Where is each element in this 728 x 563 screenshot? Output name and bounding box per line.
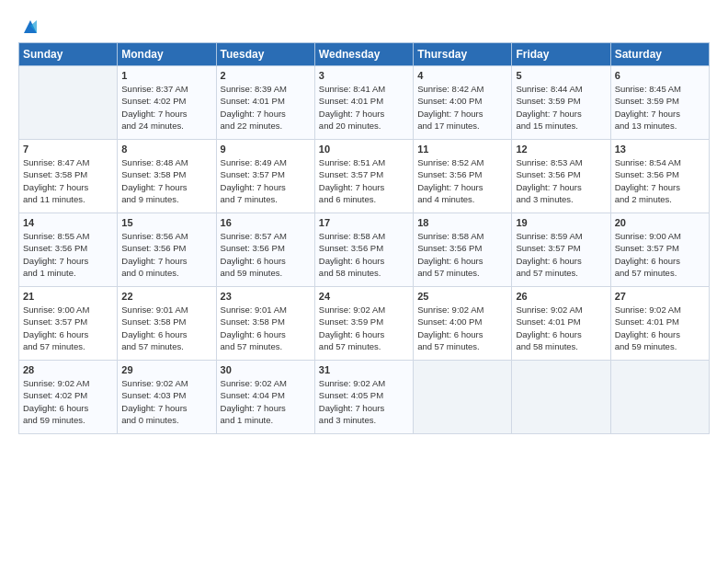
- calendar-cell: 21Sunrise: 9:00 AM Sunset: 3:57 PM Dayli…: [19, 287, 118, 361]
- calendar-cell: 15Sunrise: 8:56 AM Sunset: 3:56 PM Dayli…: [118, 213, 216, 287]
- day-info: Sunrise: 8:58 AM Sunset: 3:56 PM Dayligh…: [417, 230, 507, 279]
- calendar-cell: 8Sunrise: 8:48 AM Sunset: 3:58 PM Daylig…: [118, 140, 216, 213]
- day-number: 14: [23, 217, 113, 228]
- day-number: 24: [319, 291, 409, 302]
- calendar-week-3: 14Sunrise: 8:55 AM Sunset: 3:56 PM Dayli…: [19, 213, 710, 287]
- calendar-cell: 27Sunrise: 9:02 AM Sunset: 4:01 PM Dayli…: [610, 287, 709, 361]
- calendar-cell: 29Sunrise: 9:02 AM Sunset: 4:03 PM Dayli…: [118, 361, 216, 434]
- day-info: Sunrise: 8:41 AM Sunset: 4:01 PM Dayligh…: [319, 83, 409, 132]
- calendar-cell: 25Sunrise: 9:02 AM Sunset: 4:00 PM Dayli…: [414, 287, 512, 361]
- logo-icon: [20, 17, 40, 37]
- calendar-cell: 9Sunrise: 8:49 AM Sunset: 3:57 PM Daylig…: [216, 140, 314, 213]
- day-number: 18: [417, 217, 507, 228]
- calendar-table: SundayMondayTuesdayWednesdayThursdayFrid…: [18, 42, 710, 434]
- day-info: Sunrise: 8:48 AM Sunset: 3:58 PM Dayligh…: [121, 156, 211, 205]
- col-header-tuesday: Tuesday: [216, 43, 314, 66]
- day-info: Sunrise: 8:55 AM Sunset: 3:56 PM Dayligh…: [23, 230, 113, 279]
- day-info: Sunrise: 8:58 AM Sunset: 3:56 PM Dayligh…: [319, 230, 409, 279]
- day-number: 22: [121, 291, 211, 302]
- col-header-wednesday: Wednesday: [314, 43, 413, 66]
- day-number: 20: [615, 217, 705, 228]
- day-number: 15: [121, 217, 211, 228]
- calendar-cell: 22Sunrise: 9:01 AM Sunset: 3:58 PM Dayli…: [118, 287, 216, 361]
- day-number: 2: [221, 70, 311, 81]
- day-number: 31: [319, 364, 409, 375]
- calendar-cell: 5Sunrise: 8:44 AM Sunset: 3:59 PM Daylig…: [512, 66, 610, 140]
- day-number: 25: [417, 291, 507, 302]
- day-info: Sunrise: 8:44 AM Sunset: 3:59 PM Dayligh…: [516, 83, 606, 132]
- day-info: Sunrise: 9:02 AM Sunset: 4:01 PM Dayligh…: [615, 304, 705, 352]
- calendar-cell: 13Sunrise: 8:54 AM Sunset: 3:56 PM Dayli…: [610, 140, 709, 213]
- calendar-cell: 1Sunrise: 8:37 AM Sunset: 4:02 PM Daylig…: [118, 66, 216, 140]
- calendar-cell: 10Sunrise: 8:51 AM Sunset: 3:57 PM Dayli…: [314, 140, 413, 213]
- calendar-header-row: SundayMondayTuesdayWednesdayThursdayFrid…: [19, 43, 710, 66]
- day-info: Sunrise: 8:45 AM Sunset: 3:59 PM Dayligh…: [615, 83, 705, 132]
- day-number: 28: [23, 364, 113, 375]
- calendar-cell: 23Sunrise: 9:01 AM Sunset: 3:58 PM Dayli…: [216, 287, 314, 361]
- calendar-cell: 16Sunrise: 8:57 AM Sunset: 3:56 PM Dayli…: [216, 213, 314, 287]
- day-info: Sunrise: 8:39 AM Sunset: 4:01 PM Dayligh…: [221, 83, 311, 132]
- calendar-cell: [610, 361, 709, 434]
- day-number: 13: [615, 144, 705, 155]
- day-info: Sunrise: 9:02 AM Sunset: 4:02 PM Dayligh…: [23, 377, 113, 426]
- calendar-cell: 4Sunrise: 8:42 AM Sunset: 4:00 PM Daylig…: [414, 66, 512, 140]
- col-header-saturday: Saturday: [610, 43, 709, 66]
- day-number: 11: [417, 144, 507, 155]
- header: [18, 17, 710, 33]
- calendar-cell: [512, 361, 610, 434]
- day-number: 29: [121, 364, 211, 375]
- day-info: Sunrise: 9:01 AM Sunset: 3:58 PM Dayligh…: [221, 304, 311, 352]
- calendar-cell: [414, 361, 512, 434]
- calendar-cell: 24Sunrise: 9:02 AM Sunset: 3:59 PM Dayli…: [314, 287, 413, 361]
- day-number: 1: [121, 70, 211, 81]
- calendar-cell: 11Sunrise: 8:52 AM Sunset: 3:56 PM Dayli…: [414, 140, 512, 213]
- calendar-cell: [19, 66, 118, 140]
- day-info: Sunrise: 9:02 AM Sunset: 4:01 PM Dayligh…: [516, 304, 606, 352]
- day-info: Sunrise: 9:02 AM Sunset: 4:04 PM Dayligh…: [221, 377, 311, 426]
- calendar-cell: 26Sunrise: 9:02 AM Sunset: 4:01 PM Dayli…: [512, 287, 610, 361]
- calendar-cell: 20Sunrise: 9:00 AM Sunset: 3:57 PM Dayli…: [610, 213, 709, 287]
- calendar-cell: 19Sunrise: 8:59 AM Sunset: 3:57 PM Dayli…: [512, 213, 610, 287]
- day-number: 17: [319, 217, 409, 228]
- col-header-friday: Friday: [512, 43, 610, 66]
- logo: [18, 17, 42, 33]
- calendar-cell: 30Sunrise: 9:02 AM Sunset: 4:04 PM Dayli…: [216, 361, 314, 434]
- col-header-monday: Monday: [118, 43, 216, 66]
- calendar-cell: 12Sunrise: 8:53 AM Sunset: 3:56 PM Dayli…: [512, 140, 610, 213]
- day-info: Sunrise: 8:51 AM Sunset: 3:57 PM Dayligh…: [319, 156, 409, 205]
- calendar-cell: 7Sunrise: 8:47 AM Sunset: 3:58 PM Daylig…: [19, 140, 118, 213]
- day-number: 19: [516, 217, 606, 228]
- day-info: Sunrise: 8:57 AM Sunset: 3:56 PM Dayligh…: [221, 230, 311, 279]
- day-number: 3: [319, 70, 409, 81]
- day-number: 23: [221, 291, 311, 302]
- calendar-week-1: 1Sunrise: 8:37 AM Sunset: 4:02 PM Daylig…: [19, 66, 710, 140]
- day-number: 6: [615, 70, 705, 81]
- calendar-cell: 18Sunrise: 8:58 AM Sunset: 3:56 PM Dayli…: [414, 213, 512, 287]
- calendar-cell: 3Sunrise: 8:41 AM Sunset: 4:01 PM Daylig…: [314, 66, 413, 140]
- col-header-thursday: Thursday: [414, 43, 512, 66]
- day-info: Sunrise: 9:01 AM Sunset: 3:58 PM Dayligh…: [121, 304, 211, 352]
- day-info: Sunrise: 8:49 AM Sunset: 3:57 PM Dayligh…: [221, 156, 311, 205]
- day-info: Sunrise: 8:52 AM Sunset: 3:56 PM Dayligh…: [417, 156, 507, 205]
- calendar-cell: 14Sunrise: 8:55 AM Sunset: 3:56 PM Dayli…: [19, 213, 118, 287]
- day-info: Sunrise: 8:47 AM Sunset: 3:58 PM Dayligh…: [23, 156, 113, 205]
- day-info: Sunrise: 9:02 AM Sunset: 4:03 PM Dayligh…: [121, 377, 211, 426]
- day-info: Sunrise: 9:02 AM Sunset: 4:05 PM Dayligh…: [319, 377, 409, 426]
- calendar-cell: 31Sunrise: 9:02 AM Sunset: 4:05 PM Dayli…: [314, 361, 413, 434]
- day-info: Sunrise: 9:00 AM Sunset: 3:57 PM Dayligh…: [23, 304, 113, 352]
- day-number: 10: [319, 144, 409, 155]
- day-number: 5: [516, 70, 606, 81]
- calendar-week-2: 7Sunrise: 8:47 AM Sunset: 3:58 PM Daylig…: [19, 140, 710, 213]
- col-header-sunday: Sunday: [19, 43, 118, 66]
- day-info: Sunrise: 8:56 AM Sunset: 3:56 PM Dayligh…: [121, 230, 211, 279]
- day-info: Sunrise: 8:59 AM Sunset: 3:57 PM Dayligh…: [516, 230, 606, 279]
- calendar-cell: 6Sunrise: 8:45 AM Sunset: 3:59 PM Daylig…: [610, 66, 709, 140]
- day-number: 4: [417, 70, 507, 81]
- day-info: Sunrise: 8:53 AM Sunset: 3:56 PM Dayligh…: [516, 156, 606, 205]
- day-number: 21: [23, 291, 113, 302]
- calendar-cell: 28Sunrise: 9:02 AM Sunset: 4:02 PM Dayli…: [19, 361, 118, 434]
- day-number: 27: [615, 291, 705, 302]
- calendar-week-5: 28Sunrise: 9:02 AM Sunset: 4:02 PM Dayli…: [19, 361, 710, 434]
- day-info: Sunrise: 9:02 AM Sunset: 4:00 PM Dayligh…: [417, 304, 507, 352]
- day-info: Sunrise: 8:54 AM Sunset: 3:56 PM Dayligh…: [615, 156, 705, 205]
